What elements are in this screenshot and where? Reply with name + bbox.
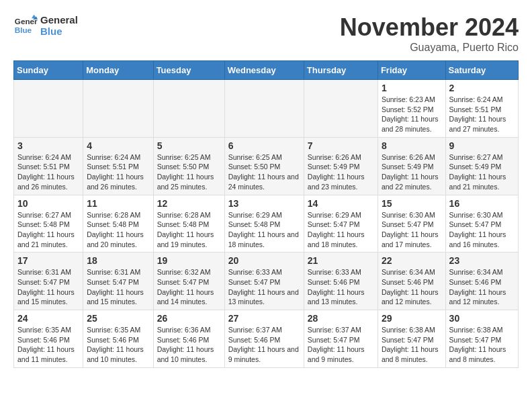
calendar-cell: 10Sunrise: 6:27 AMSunset: 5:48 PMDayligh… xyxy=(14,195,83,253)
calendar-cell: 3Sunrise: 6:24 AMSunset: 5:51 PMDaylight… xyxy=(14,137,83,195)
day-number: 8 xyxy=(382,140,442,151)
day-info: Sunrise: 6:30 AMSunset: 5:47 PMDaylight:… xyxy=(449,210,515,250)
day-info: Sunrise: 6:30 AMSunset: 5:47 PMDaylight:… xyxy=(382,210,442,250)
weekday-header-friday: Friday xyxy=(378,61,445,80)
weekday-header-wednesday: Wednesday xyxy=(224,61,304,80)
calendar-cell xyxy=(14,80,83,138)
calendar-cell xyxy=(153,80,224,138)
logo-blue: Blue xyxy=(40,26,78,37)
day-info: Sunrise: 6:24 AMSunset: 5:51 PMDaylight:… xyxy=(87,152,149,192)
calendar-cell: 5Sunrise: 6:25 AMSunset: 5:50 PMDaylight… xyxy=(153,137,224,195)
day-number: 26 xyxy=(157,313,221,324)
calendar-week-4: 17Sunrise: 6:31 AMSunset: 5:47 PMDayligh… xyxy=(14,253,519,310)
weekday-header-monday: Monday xyxy=(83,61,153,80)
location: Guayama, Puerto Rico xyxy=(340,42,519,54)
day-number: 6 xyxy=(228,140,300,151)
day-number: 4 xyxy=(87,140,149,151)
day-info: Sunrise: 6:37 AMSunset: 5:47 PMDaylight:… xyxy=(308,325,374,365)
day-info: Sunrise: 6:32 AMSunset: 5:47 PMDaylight:… xyxy=(157,267,221,307)
day-info: Sunrise: 6:29 AMSunset: 5:48 PMDaylight:… xyxy=(228,210,300,250)
day-info: Sunrise: 6:25 AMSunset: 5:50 PMDaylight:… xyxy=(157,152,221,192)
day-info: Sunrise: 6:31 AMSunset: 5:47 PMDaylight:… xyxy=(87,267,149,307)
day-number: 3 xyxy=(17,140,79,151)
day-info: Sunrise: 6:35 AMSunset: 5:46 PMDaylight:… xyxy=(87,325,149,365)
calendar-cell: 30Sunrise: 6:38 AMSunset: 5:47 PMDayligh… xyxy=(445,310,518,368)
calendar-cell: 17Sunrise: 6:31 AMSunset: 5:47 PMDayligh… xyxy=(14,253,83,310)
calendar-cell xyxy=(83,80,153,138)
day-number: 30 xyxy=(449,313,515,324)
calendar-cell: 14Sunrise: 6:29 AMSunset: 5:47 PMDayligh… xyxy=(304,195,378,253)
calendar-cell: 2Sunrise: 6:24 AMSunset: 5:51 PMDaylight… xyxy=(445,80,518,138)
day-info: Sunrise: 6:36 AMSunset: 5:46 PMDaylight:… xyxy=(157,325,221,365)
day-info: Sunrise: 6:34 AMSunset: 5:46 PMDaylight:… xyxy=(449,267,515,307)
day-info: Sunrise: 6:28 AMSunset: 5:48 PMDaylight:… xyxy=(87,210,149,250)
day-info: Sunrise: 6:31 AMSunset: 5:47 PMDaylight:… xyxy=(17,267,79,307)
calendar-cell xyxy=(224,80,304,138)
calendar-week-1: 1Sunrise: 6:23 AMSunset: 5:52 PMDaylight… xyxy=(14,80,519,138)
day-number: 5 xyxy=(157,140,221,151)
day-number: 28 xyxy=(308,313,374,324)
day-number: 14 xyxy=(308,198,374,209)
day-number: 19 xyxy=(157,255,221,266)
logo-general: General xyxy=(40,14,78,26)
calendar-cell: 16Sunrise: 6:30 AMSunset: 5:47 PMDayligh… xyxy=(445,195,518,253)
calendar-cell: 15Sunrise: 6:30 AMSunset: 5:47 PMDayligh… xyxy=(378,195,445,253)
day-info: Sunrise: 6:27 AMSunset: 5:48 PMDaylight:… xyxy=(17,210,79,250)
calendar-cell: 22Sunrise: 6:34 AMSunset: 5:46 PMDayligh… xyxy=(378,253,445,310)
calendar-cell: 27Sunrise: 6:37 AMSunset: 5:46 PMDayligh… xyxy=(224,310,304,368)
day-number: 29 xyxy=(382,313,442,324)
calendar-cell: 9Sunrise: 6:27 AMSunset: 5:49 PMDaylight… xyxy=(445,137,518,195)
calendar-week-2: 3Sunrise: 6:24 AMSunset: 5:51 PMDaylight… xyxy=(14,137,519,195)
weekday-header-thursday: Thursday xyxy=(304,61,378,80)
day-number: 10 xyxy=(17,198,79,209)
day-info: Sunrise: 6:26 AMSunset: 5:49 PMDaylight:… xyxy=(382,152,442,192)
calendar-week-3: 10Sunrise: 6:27 AMSunset: 5:48 PMDayligh… xyxy=(14,195,519,253)
day-info: Sunrise: 6:24 AMSunset: 5:51 PMDaylight:… xyxy=(17,152,79,192)
day-number: 20 xyxy=(228,255,300,266)
day-number: 27 xyxy=(228,313,300,324)
calendar-cell: 29Sunrise: 6:38 AMSunset: 5:47 PMDayligh… xyxy=(378,310,445,368)
calendar-week-5: 24Sunrise: 6:35 AMSunset: 5:46 PMDayligh… xyxy=(14,310,519,368)
calendar-cell: 24Sunrise: 6:35 AMSunset: 5:46 PMDayligh… xyxy=(14,310,83,368)
weekday-header-tuesday: Tuesday xyxy=(153,61,224,80)
day-number: 25 xyxy=(87,313,149,324)
day-number: 12 xyxy=(157,198,221,209)
day-number: 1 xyxy=(382,83,442,93)
calendar-cell: 6Sunrise: 6:25 AMSunset: 5:50 PMDaylight… xyxy=(224,137,304,195)
day-info: Sunrise: 6:34 AMSunset: 5:46 PMDaylight:… xyxy=(382,267,442,307)
day-number: 15 xyxy=(382,198,442,209)
day-info: Sunrise: 6:33 AMSunset: 5:47 PMDaylight:… xyxy=(228,267,300,307)
day-number: 24 xyxy=(17,313,79,324)
calendar-cell: 7Sunrise: 6:26 AMSunset: 5:49 PMDaylight… xyxy=(304,137,378,195)
day-number: 7 xyxy=(308,140,374,151)
day-number: 21 xyxy=(308,255,374,266)
day-number: 18 xyxy=(87,255,149,266)
calendar-cell: 18Sunrise: 6:31 AMSunset: 5:47 PMDayligh… xyxy=(83,253,153,310)
day-number: 22 xyxy=(382,255,442,266)
title-area: November 2024 Guayama, Puerto Rico xyxy=(340,13,519,54)
logo: General Blue General Blue xyxy=(13,13,78,38)
calendar-cell: 1Sunrise: 6:23 AMSunset: 5:52 PMDaylight… xyxy=(378,80,445,138)
day-info: Sunrise: 6:29 AMSunset: 5:47 PMDaylight:… xyxy=(308,210,374,250)
calendar-cell: 26Sunrise: 6:36 AMSunset: 5:46 PMDayligh… xyxy=(153,310,224,368)
calendar-cell: 23Sunrise: 6:34 AMSunset: 5:46 PMDayligh… xyxy=(445,253,518,310)
calendar-cell: 25Sunrise: 6:35 AMSunset: 5:46 PMDayligh… xyxy=(83,310,153,368)
weekday-header-sunday: Sunday xyxy=(14,61,83,80)
calendar-header-row: SundayMondayTuesdayWednesdayThursdayFrid… xyxy=(14,61,519,80)
day-info: Sunrise: 6:28 AMSunset: 5:48 PMDaylight:… xyxy=(157,210,221,250)
day-info: Sunrise: 6:26 AMSunset: 5:49 PMDaylight:… xyxy=(308,152,374,192)
day-info: Sunrise: 6:33 AMSunset: 5:46 PMDaylight:… xyxy=(308,267,374,307)
calendar-cell: 19Sunrise: 6:32 AMSunset: 5:47 PMDayligh… xyxy=(153,253,224,310)
header: General Blue General Blue November 2024 … xyxy=(13,13,519,54)
day-info: Sunrise: 6:23 AMSunset: 5:52 PMDaylight:… xyxy=(382,95,442,134)
day-info: Sunrise: 6:38 AMSunset: 5:47 PMDaylight:… xyxy=(449,325,515,365)
day-number: 9 xyxy=(449,140,515,151)
day-number: 2 xyxy=(449,83,515,93)
day-number: 13 xyxy=(228,198,300,209)
calendar-cell: 28Sunrise: 6:37 AMSunset: 5:47 PMDayligh… xyxy=(304,310,378,368)
day-info: Sunrise: 6:24 AMSunset: 5:51 PMDaylight:… xyxy=(449,95,515,134)
calendar-cell: 4Sunrise: 6:24 AMSunset: 5:51 PMDaylight… xyxy=(83,137,153,195)
calendar-cell: 11Sunrise: 6:28 AMSunset: 5:48 PMDayligh… xyxy=(83,195,153,253)
day-info: Sunrise: 6:38 AMSunset: 5:47 PMDaylight:… xyxy=(382,325,442,365)
month-title: November 2024 xyxy=(340,13,519,42)
